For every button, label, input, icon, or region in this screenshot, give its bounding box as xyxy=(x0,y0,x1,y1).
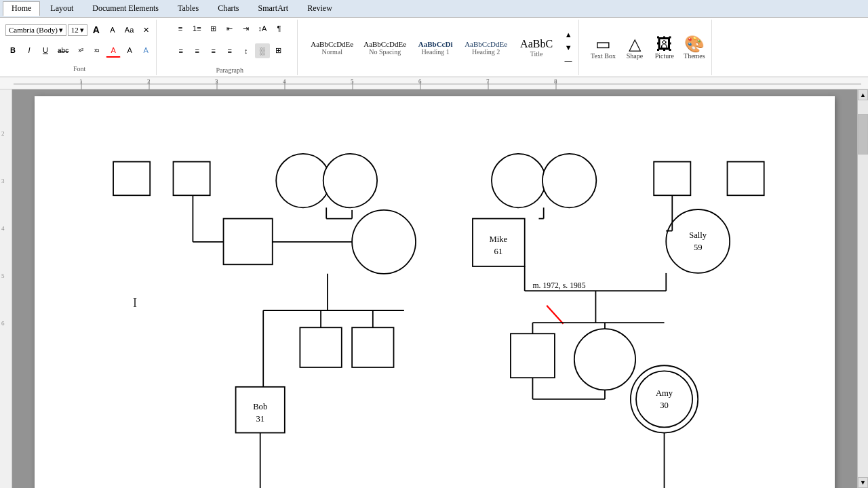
tab-tables[interactable]: Tables xyxy=(169,1,208,16)
subscript-button[interactable]: x₂ xyxy=(90,43,104,58)
page-num-3: 3 xyxy=(1,178,5,184)
gen3-ms-ci xyxy=(574,329,635,390)
textbox-label: Text Box xyxy=(591,52,616,60)
svg-text:5: 5 xyxy=(351,78,354,85)
align-center-button[interactable]: ≡ xyxy=(190,43,205,58)
underline-button[interactable]: U xyxy=(38,43,53,58)
line-spacing-button[interactable]: ↕ xyxy=(239,43,254,58)
clear-format-button[interactable]: ✕ xyxy=(138,22,153,37)
svg-text:1: 1 xyxy=(79,78,83,85)
amy-inner xyxy=(636,371,692,427)
divorce-slash xyxy=(547,306,563,324)
main-area: 2 3 4 5 6 I xyxy=(0,89,868,488)
font-shrink-button[interactable]: A xyxy=(105,22,120,37)
align-left-button[interactable]: ≡ xyxy=(174,43,189,58)
font-group-label: Font xyxy=(73,65,85,73)
tab-home[interactable]: Home xyxy=(3,1,40,16)
shading-button[interactable]: ░ xyxy=(255,43,270,58)
style-no-spacing-preview: AaBbCcDdEe xyxy=(363,40,406,48)
tab-review[interactable]: Review xyxy=(298,1,341,16)
style-title[interactable]: AaBbC Title xyxy=(513,34,560,61)
svg-text:8: 8 xyxy=(554,78,557,85)
ribbon: Cambria (Body) ▾ 12 ▾ A A Aa ✕ B I U abc… xyxy=(0,18,868,77)
style-no-spacing-name: No Spacing xyxy=(369,48,401,56)
style-heading1[interactable]: AaBbCcDi Heading 1 xyxy=(412,34,459,61)
chevron-down-icon: ▼ xyxy=(565,43,572,52)
scroll-track[interactable] xyxy=(858,100,868,477)
superscript-button[interactable]: x² xyxy=(73,43,88,58)
left-margin: 2 3 4 5 6 xyxy=(0,89,12,488)
font-size-dropdown-icon[interactable]: ▾ xyxy=(80,26,84,35)
strikethrough-button[interactable]: abc xyxy=(54,43,72,58)
increase-indent-button[interactable]: ⇥ xyxy=(239,21,254,36)
doc-page[interactable]: I xyxy=(35,96,835,488)
style-heading2[interactable]: AaBbCcDdEe Heading 2 xyxy=(460,34,512,61)
font-grow-button[interactable]: A xyxy=(89,22,104,37)
picture-label: Picture xyxy=(655,52,674,60)
textbox-button[interactable]: ▭ Text Box xyxy=(587,28,619,66)
text-effects-button[interactable]: A xyxy=(138,43,153,58)
amy-age: 30 xyxy=(660,401,669,410)
multilevel-button[interactable]: ⊞ xyxy=(206,21,221,36)
tab-smartart[interactable]: SmartArt xyxy=(249,1,297,16)
shape-button[interactable]: △ Shape xyxy=(620,28,649,66)
highlight-button[interactable]: A xyxy=(122,43,137,58)
style-title-preview: AaBbC xyxy=(520,38,553,50)
page-num-6: 6 xyxy=(1,320,5,327)
gen2-sally xyxy=(666,209,730,273)
picture-button[interactable]: 🖼 Picture xyxy=(650,28,679,66)
font-family-selector[interactable]: Cambria (Body) ▾ xyxy=(5,24,66,36)
show-hide-button[interactable]: ¶ xyxy=(271,21,286,36)
gen1-sq1 xyxy=(113,162,150,196)
border-button[interactable]: ⊞ xyxy=(271,43,286,58)
style-heading2-name: Heading 2 xyxy=(472,48,500,56)
tab-bar: Home Layout Document Elements Tables Cha… xyxy=(0,0,868,18)
style-no-spacing[interactable]: AaBbCcDdEe No Spacing xyxy=(359,34,411,61)
align-right-button[interactable]: ≡ xyxy=(206,43,221,58)
amy-label: Amy xyxy=(656,388,673,398)
picture-icon: 🖼 xyxy=(656,36,673,52)
numbering-button[interactable]: 1≡ xyxy=(189,21,205,36)
justify-button[interactable]: ≡ xyxy=(222,43,237,58)
tab-charts[interactable]: Charts xyxy=(209,1,248,16)
tab-document-elements[interactable]: Document Elements xyxy=(83,1,167,16)
svg-text:6: 6 xyxy=(418,78,422,85)
style-normal[interactable]: AaBbCcDdEe Normal xyxy=(306,34,358,61)
font-color-button[interactable]: A xyxy=(106,43,121,58)
scroll-thumb[interactable] xyxy=(858,114,868,155)
gen1-sq4 xyxy=(728,162,764,196)
change-case-button[interactable]: Aa xyxy=(121,22,137,37)
bold-button[interactable]: B xyxy=(5,43,20,58)
gen3-ms-sq xyxy=(511,333,555,378)
page-num-4: 4 xyxy=(1,225,5,232)
svg-text:3: 3 xyxy=(215,78,218,85)
themes-label: Themes xyxy=(684,52,705,60)
shape-label: Shape xyxy=(627,52,643,60)
scroll-down-button[interactable]: ▼ xyxy=(858,477,868,488)
scroll-up-button[interactable]: ▲ xyxy=(858,89,868,100)
styles-more-button[interactable]: ▲ ▼ — xyxy=(561,27,576,68)
gen1-ci2 xyxy=(323,154,377,207)
gen3-sq2 xyxy=(352,327,393,367)
shape-icon: △ xyxy=(629,36,641,52)
themes-button[interactable]: 🎨 Themes xyxy=(680,28,709,66)
font-family-dropdown-icon[interactable]: ▾ xyxy=(59,26,63,35)
sally-label: Sally xyxy=(689,230,707,240)
styles-group: AaBbCcDdEe Normal AaBbCcDdEe No Spacing … xyxy=(303,20,579,75)
page-num-5: 5 xyxy=(1,272,5,279)
mike-age: 61 xyxy=(494,247,503,256)
themes-icon: 🎨 xyxy=(684,36,705,52)
page-num-2: 2 xyxy=(1,130,5,137)
italic-button[interactable]: I xyxy=(22,43,37,58)
style-heading2-preview: AaBbCcDdEe xyxy=(465,40,507,48)
bob-label: Bob xyxy=(253,402,267,411)
gen2-sq1 xyxy=(224,219,273,265)
svg-text:2: 2 xyxy=(147,78,151,85)
decrease-indent-button[interactable]: ⇤ xyxy=(222,21,237,36)
bullets-button[interactable]: ≡ xyxy=(173,21,188,36)
tab-layout[interactable]: Layout xyxy=(41,1,82,16)
font-family-label: Cambria (Body) xyxy=(9,26,58,34)
sort-button[interactable]: ↕A xyxy=(255,21,271,36)
svg-text:4: 4 xyxy=(283,78,286,85)
font-size-selector[interactable]: 12 ▾ xyxy=(68,24,87,36)
